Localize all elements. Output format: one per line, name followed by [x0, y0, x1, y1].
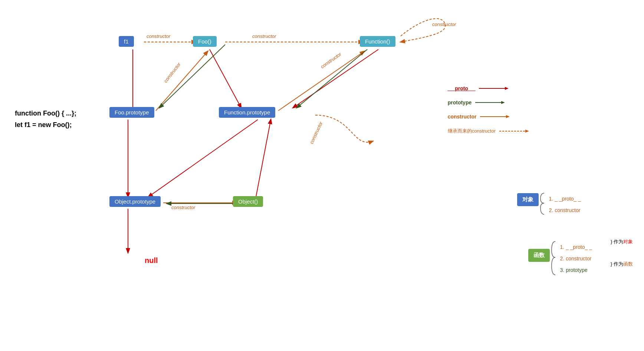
svg-line-3: [278, 51, 364, 111]
label-foo-function-constructor: constructor: [252, 33, 276, 39]
node-foo-prototype: Foo.prototype: [109, 107, 154, 118]
func-label-box: 函数: [528, 249, 550, 262]
legend-inherited-label: 继承而来的constructor: [448, 128, 496, 134]
code-block: function Foo() { ...}; let f1 = new Foo(…: [15, 108, 76, 130]
func-legend: 函数 1. _ _proto_ _ 2. constructor 3. prot…: [528, 241, 592, 276]
label-function-self-constructor: constructor: [432, 22, 456, 27]
label-diagonal-constructor: constructor: [309, 121, 324, 145]
node-f1: f1: [119, 36, 134, 47]
func-item-2: 2. constructor: [560, 253, 592, 264]
label-funcprototype-func1: constructor: [320, 51, 342, 69]
obj-legend: 对象 1. _ _proto_ _ 2. constructor: [517, 193, 581, 216]
obj-item-2: 2. constructor: [549, 205, 581, 216]
label-f1-foo-constructor: constructor: [147, 33, 170, 39]
label-fooprototype-foo: constructor: [162, 62, 181, 84]
node-foo: Foo(): [193, 36, 217, 47]
node-function-prototype: Function.prototype: [219, 107, 275, 118]
svg-marker-8: [501, 101, 505, 104]
legend-proto-label: _ _proto_ _: [448, 85, 476, 91]
null-label: null: [145, 256, 158, 265]
obj-item-1: 1. _ _proto_ _: [549, 193, 581, 205]
code-line1: function Foo() { ...};: [15, 108, 76, 119]
svg-marker-6: [505, 87, 509, 90]
func-item-3: 3. prototype: [560, 264, 592, 276]
obj-label-box: 对象: [517, 193, 539, 206]
code-line2: let f1 = new Foo();: [15, 119, 76, 131]
legend-constructor-label: constructor: [448, 114, 477, 120]
node-object-prototype: Object.prototype: [109, 196, 161, 207]
node-function: Function(): [360, 36, 395, 47]
func-item-1: 1. _ _proto_ _: [560, 241, 592, 253]
svg-marker-10: [506, 115, 510, 118]
legend-prototype-label: prototype: [448, 100, 472, 105]
label-objprototype-obj: constructor: [171, 205, 195, 210]
legend: _ _proto_ _ prototype constructor 继承而来的c…: [448, 85, 529, 134]
node-object: Object(): [233, 196, 263, 207]
svg-marker-12: [525, 130, 529, 133]
